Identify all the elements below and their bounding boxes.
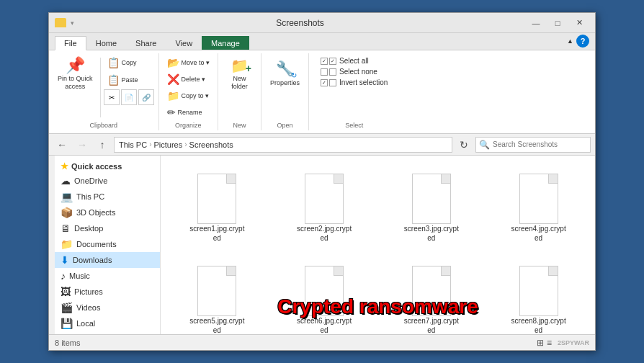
clipboard-extra-btn2[interactable]: 📄	[121, 89, 137, 105]
paste-button[interactable]: 📋 Paste	[104, 72, 154, 88]
sidebar-item-local[interactable]: 💾 Local	[55, 315, 160, 331]
view-icon-grid[interactable]: ⊞	[537, 338, 544, 348]
select-group-content: ✓ ✓ Select all Select none ✓	[313, 55, 395, 120]
file-item-1[interactable]: screen1.jpg.crypted	[166, 161, 268, 248]
file-item-4[interactable]: screen4.jpg.crypted	[488, 161, 589, 248]
path-pictures: Pictures	[153, 140, 182, 149]
file-page-1	[197, 174, 236, 224]
checkbox2: ✓	[329, 58, 336, 65]
pictures-icon: 🖼	[61, 286, 71, 297]
properties-button[interactable]: 🔧 ↻ Properties	[266, 55, 304, 89]
file-name-5: screen5.jpg.crypted	[189, 316, 244, 334]
invert-selection-item[interactable]: ✓ Invert selection	[319, 78, 389, 87]
file-name-2: screen2.jpg.crypted	[297, 224, 352, 243]
up-button[interactable]: ↑	[94, 136, 111, 153]
select-none-item[interactable]: Select none	[319, 67, 379, 76]
file-area: screen1.jpg.crypted screen2.jpg.crypted …	[161, 156, 595, 334]
downloads-icon: ⬇	[61, 254, 69, 266]
delete-icon: ❌	[167, 73, 179, 85]
forward-button[interactable]: →	[73, 136, 91, 153]
copy-paste-group: 📋 Copy 📋 Paste ✂ 📄 🔗	[104, 55, 154, 105]
open-group: 🔧 ↻ Properties Open	[261, 53, 309, 130]
open-group-content: 🔧 ↻ Properties	[266, 55, 304, 120]
tab-file[interactable]: File	[55, 36, 86, 50]
ribbon-collapse-icon: ▲	[567, 37, 573, 45]
maximize-button[interactable]: □	[547, 16, 568, 30]
videos-icon: 🎬	[61, 302, 73, 313]
this-pc-label: This PC	[76, 192, 104, 201]
file-item-6[interactable]: screen6.jpg.crypted	[274, 254, 375, 334]
checkbox6	[329, 79, 336, 86]
clipboard-extras: ✂ 📄 🔗	[104, 89, 154, 105]
sidebar-item-this-pc[interactable]: 💻 This PC	[55, 189, 160, 205]
sidebar-item-music[interactable]: ♪ Music	[55, 268, 160, 284]
close-button[interactable]: ✕	[569, 16, 589, 30]
invert-checkboxes: ✓	[321, 79, 336, 86]
help-button[interactable]: ?	[576, 35, 589, 48]
checkbox5: ✓	[321, 79, 328, 86]
sidebar-item-pictures[interactable]: 🖼 Pictures	[55, 284, 160, 300]
tab-home[interactable]: Home	[86, 36, 126, 50]
file-item-5[interactable]: screen5.jpg.crypted	[166, 254, 268, 334]
clipboard-extra-btn[interactable]: ✂	[104, 89, 120, 105]
onedrive-icon: ☁	[61, 175, 71, 187]
move-to-button[interactable]: 📂 Move to ▾	[164, 55, 214, 71]
properties-icon: 🔧 ↻	[276, 58, 294, 78]
address-bar: ← → ↑ This PC › Pictures › Screenshots ↻…	[49, 134, 595, 156]
new-group: 📁 + New folder New	[218, 53, 261, 130]
file-item-3[interactable]: screen3.jpg.crypted	[381, 161, 483, 248]
rename-button[interactable]: ✏ Rename	[164, 104, 214, 120]
select-label: Select	[345, 120, 363, 129]
select-all-item[interactable]: ✓ ✓ Select all	[319, 56, 370, 66]
refresh-button[interactable]: ↻	[455, 136, 473, 153]
ribbon-tabs: File Home Share View Manage ▲ ?	[49, 33, 595, 50]
file-name-3: screen3.jpg.crypted	[404, 224, 459, 243]
file-icon-6	[301, 259, 347, 316]
delete-button[interactable]: ❌ Delete ▾	[164, 71, 214, 87]
file-item-7[interactable]: screen7.jpg.crypted	[381, 254, 483, 334]
file-icon-5	[194, 259, 240, 316]
documents-icon: 📁	[61, 238, 73, 250]
quick-access-label[interactable]: ★ Quick access	[55, 158, 160, 173]
address-path[interactable]: This PC › Pictures › Screenshots	[114, 137, 452, 153]
sidebar-item-downloads[interactable]: ⬇ Downloads	[55, 252, 160, 268]
file-icon-2	[301, 166, 347, 224]
pictures-label: Pictures	[74, 287, 103, 296]
desktop-icon: 🖥	[61, 223, 71, 234]
view-icon-list[interactable]: ≡	[547, 338, 552, 348]
file-name-8: screen8.jpg.crypted	[511, 316, 566, 334]
file-icon-7	[408, 259, 455, 316]
checkbox3	[321, 68, 328, 76]
sidebar-item-onedrive[interactable]: ☁ OneDrive	[55, 173, 160, 189]
minimize-button[interactable]: —	[526, 16, 546, 30]
local-label: Local	[76, 319, 95, 328]
pin-icon: 📌	[66, 58, 85, 73]
open-label: Open	[277, 120, 293, 129]
search-icon: 🔍	[479, 140, 490, 150]
title-bar: ▾ Screenshots — □ ✕	[49, 13, 595, 33]
window-title: Screenshots	[74, 18, 526, 28]
copy-button[interactable]: 📋 Copy	[104, 55, 154, 71]
copy-to-button[interactable]: 📁 Copy to ▾	[164, 88, 214, 104]
pin-to-quick-access-button[interactable]: 📌 Pin to Quick access	[53, 55, 97, 94]
tab-manage[interactable]: Manage	[202, 36, 249, 50]
quick-access-text: Quick access	[71, 162, 122, 171]
clipboard-group-content: 📌 Pin to Quick access 📋 Copy 📋 Paste ✂	[53, 55, 154, 120]
file-item-2[interactable]: screen2.jpg.crypted	[274, 161, 375, 248]
sidebar-item-documents[interactable]: 📁 Documents	[55, 236, 160, 252]
back-button[interactable]: ←	[53, 136, 71, 153]
clipboard-extra-btn3[interactable]: 🔗	[138, 89, 154, 105]
music-icon: ♪	[61, 270, 66, 282]
sidebar-item-3d-objects[interactable]: 📦 3D Objects	[55, 205, 160, 220]
new-folder-button[interactable]: 📁 + New folder	[225, 55, 254, 94]
separator2: ›	[184, 140, 187, 148]
tab-view[interactable]: View	[166, 36, 202, 50]
file-item-8[interactable]: screen8.jpg.crypted	[488, 254, 589, 334]
tab-share[interactable]: Share	[126, 36, 166, 50]
sidebar-item-desktop[interactable]: 🖥 Desktop	[55, 220, 160, 236]
search-input[interactable]	[493, 140, 586, 148]
new-group-content: 📁 + New folder	[225, 55, 254, 120]
files-grid: screen1.jpg.crypted screen2.jpg.crypted …	[166, 161, 589, 334]
sidebar-item-videos[interactable]: 🎬 Videos	[55, 300, 160, 315]
checkbox1: ✓	[321, 58, 328, 65]
